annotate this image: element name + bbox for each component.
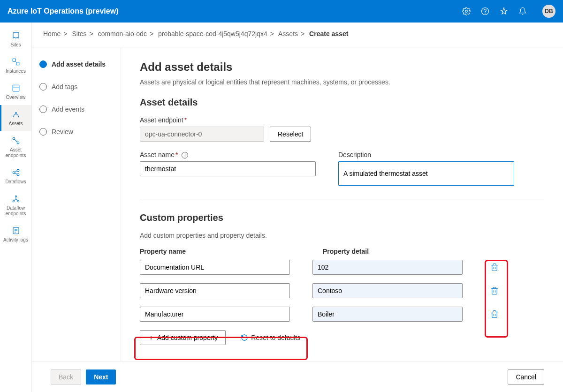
svg-rect-5 <box>13 85 19 91</box>
property-name-input[interactable] <box>140 307 290 322</box>
nav-dataflows-label: Dataflows <box>6 179 26 185</box>
feedback-icon[interactable] <box>499 7 509 16</box>
left-nav: Sites Instances Overview Assets Asset en… <box>0 23 32 392</box>
step-label: Add events <box>52 106 84 113</box>
form-area: Add asset details Assets are physical or… <box>121 47 563 362</box>
delete-icon[interactable] <box>490 286 499 295</box>
nav-activity-logs-label: Activity logs <box>3 237 28 243</box>
svg-point-0 <box>465 10 468 13</box>
asset-endpoints-icon <box>11 136 21 145</box>
instances-icon <box>11 57 21 67</box>
breadcrumb-current: Create asset <box>309 30 348 38</box>
info-icon[interactable]: i <box>182 152 188 158</box>
svg-point-16 <box>15 196 16 197</box>
nav-assets[interactable]: Assets <box>0 105 31 131</box>
user-avatar[interactable]: DB <box>542 5 555 18</box>
sites-icon <box>11 31 21 40</box>
svg-point-18 <box>17 201 19 202</box>
property-row <box>140 283 544 298</box>
reset-icon <box>241 334 248 341</box>
step-label: Add tags <box>52 83 77 90</box>
step-indicator-icon <box>39 106 47 113</box>
nav-dataflows[interactable]: Dataflows <box>0 163 31 189</box>
dataflows-icon <box>11 168 21 177</box>
property-detail-input[interactable] <box>312 307 463 322</box>
svg-point-17 <box>13 201 14 202</box>
custom-properties-description: Add custom properties and property detai… <box>140 232 544 239</box>
settings-icon[interactable] <box>462 7 471 16</box>
svg-point-1 <box>482 8 489 15</box>
svg-rect-4 <box>16 62 19 65</box>
topbar: Azure IoT Operations (preview) DB <box>0 0 563 23</box>
topbar-actions: DB <box>462 5 555 18</box>
step-add-events[interactable]: Add events <box>39 106 113 113</box>
svg-line-15 <box>15 173 17 174</box>
nav-dataflow-endpoints[interactable]: Dataflow endpoints <box>0 189 31 221</box>
property-name-input[interactable] <box>140 283 290 298</box>
delete-icon[interactable] <box>490 310 499 318</box>
nav-asset-endpoints-label: Asset endpoints <box>2 147 30 158</box>
custom-properties-heading: Custom properties <box>140 212 544 223</box>
property-headers: Property name Property detail <box>140 248 544 255</box>
step-review[interactable]: Review <box>39 128 113 136</box>
svg-point-12 <box>17 169 19 172</box>
svg-line-14 <box>15 171 17 172</box>
help-icon[interactable] <box>480 7 490 16</box>
nav-instances[interactable]: Instances <box>0 53 31 79</box>
reset-to-defaults-button[interactable]: Reset to defaults <box>233 330 308 345</box>
nav-instances-label: Instances <box>6 68 26 74</box>
step-add-tags[interactable]: Add tags <box>39 83 113 90</box>
breadcrumb: Home> Sites> common-aio-odc> probable-sp… <box>32 23 563 47</box>
nav-sites-label: Sites <box>10 42 21 48</box>
asset-details-heading: Asset details <box>140 97 544 108</box>
divider <box>140 199 544 199</box>
property-detail-input[interactable] <box>312 283 463 298</box>
page-title: Add asset details <box>140 60 544 74</box>
nav-overview[interactable]: Overview <box>0 79 31 105</box>
step-add-asset-details[interactable]: Add asset details <box>39 60 113 68</box>
step-label: Review <box>52 128 73 136</box>
page-description: Assets are physical or logical entities … <box>140 78 544 86</box>
nav-dataflow-endpoints-label: Dataflow endpoints <box>2 205 30 217</box>
nav-sites[interactable]: Sites <box>0 26 31 53</box>
app-title: Azure IoT Operations (preview) <box>8 7 462 15</box>
step-label: Add asset details <box>52 60 106 68</box>
breadcrumb-assets[interactable]: Assets <box>278 30 298 38</box>
add-custom-property-button[interactable]: Add custom property <box>140 330 226 345</box>
description-input[interactable] <box>338 161 514 186</box>
property-name-input[interactable] <box>140 260 290 275</box>
nav-asset-endpoints[interactable]: Asset endpoints <box>0 131 31 163</box>
assets-icon <box>11 110 21 119</box>
asset-name-label: Asset name* i <box>140 151 316 158</box>
asset-name-input[interactable] <box>140 161 316 176</box>
cancel-button[interactable]: Cancel <box>508 369 544 384</box>
breadcrumb-sites[interactable]: Sites <box>72 30 86 38</box>
nav-activity-logs[interactable]: Activity logs <box>0 221 31 248</box>
svg-line-10 <box>15 139 17 142</box>
wizard-footer: Back Next Cancel <box>32 362 563 392</box>
delete-icon[interactable] <box>490 263 499 271</box>
activity-logs-icon <box>11 226 21 235</box>
notifications-icon[interactable] <box>518 7 527 16</box>
asset-endpoint-label: Asset endpoint* <box>140 116 544 124</box>
breadcrumb-site[interactable]: common-aio-odc <box>98 30 147 38</box>
description-label: Description <box>338 151 514 158</box>
step-indicator-icon <box>39 60 47 68</box>
property-detail-input[interactable] <box>312 260 463 275</box>
asset-endpoint-input <box>140 127 264 142</box>
svg-point-2 <box>485 13 486 13</box>
next-button[interactable]: Next <box>86 369 116 384</box>
svg-point-13 <box>17 173 19 176</box>
nav-overview-label: Overview <box>6 95 26 100</box>
svg-point-11 <box>13 172 15 174</box>
property-row <box>140 260 544 275</box>
plus-icon <box>148 334 154 341</box>
wizard-steps: Add asset details Add tags Add events Re… <box>32 47 121 362</box>
reselect-button[interactable]: Reselect <box>270 127 311 142</box>
svg-rect-3 <box>13 59 15 61</box>
breadcrumb-instance[interactable]: probable-space-cod-4j5qw5j4q72jqx4 <box>158 30 267 38</box>
breadcrumb-home[interactable]: Home <box>43 30 61 38</box>
step-indicator-icon <box>39 128 47 136</box>
overview-icon <box>11 83 21 93</box>
property-detail-header: Property detail <box>323 248 473 255</box>
